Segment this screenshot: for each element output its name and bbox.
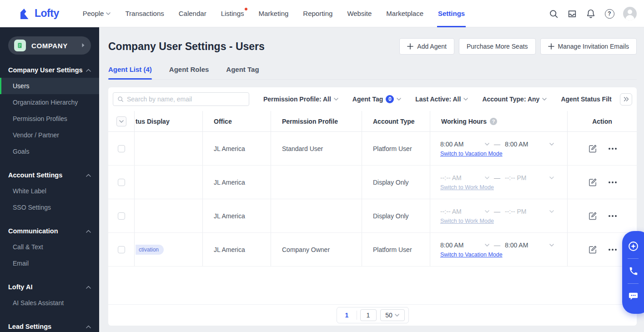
- sidebar-item-email[interactable]: Email: [0, 255, 99, 272]
- permission-cell: Standard User: [271, 132, 362, 165]
- nav-reporting[interactable]: Reporting: [296, 0, 340, 27]
- switch-mode-link[interactable]: Switch to Work Mode: [440, 218, 494, 224]
- chevron-right-icon: [81, 41, 85, 50]
- account-type-cell: Display Only: [362, 166, 430, 199]
- edit-icon[interactable]: [588, 245, 598, 255]
- row-checkbox[interactable]: [118, 145, 125, 152]
- row-checkbox[interactable]: [118, 246, 125, 253]
- agent-status-filter[interactable]: Agent Status Filt: [561, 96, 611, 103]
- status-cell: [134, 166, 202, 199]
- tab-bar: Agent List (4) Agent Roles Agent Tag: [108, 65, 637, 80]
- search-input[interactable]: [127, 96, 245, 103]
- end-time-select[interactable]: --:-- PM: [505, 208, 554, 215]
- start-time-select[interactable]: 8:00 AM: [440, 141, 489, 148]
- lofty-logo-icon: [18, 7, 31, 20]
- column-action: Action: [567, 111, 637, 131]
- more-actions-icon[interactable]: [609, 181, 617, 183]
- sidebar-item-white-label[interactable]: White Label: [0, 183, 99, 199]
- nav-transactions[interactable]: Transactions: [118, 0, 171, 27]
- inbox-icon[interactable]: [567, 9, 577, 19]
- end-time-select[interactable]: --:-- PM: [505, 174, 554, 181]
- section-lead-settings[interactable]: Lead Settings: [0, 323, 99, 330]
- notifications-bell-icon[interactable]: [586, 9, 596, 19]
- page-title: Company User Settings - Users: [108, 40, 399, 53]
- last-active-filter[interactable]: Last Active: All: [415, 96, 468, 103]
- tab-agent-tag[interactable]: Agent Tag: [226, 65, 259, 79]
- purchase-more-seats-button[interactable]: Purchase More Seats: [459, 38, 536, 55]
- chevron-up-icon: [86, 286, 91, 289]
- sidebar-item-ai-sales-assistant[interactable]: AI Sales Assistant: [0, 295, 99, 311]
- working-hours-help-icon[interactable]: ?: [490, 118, 497, 125]
- sidebar-item-goals[interactable]: Goals: [0, 143, 99, 160]
- account-type-filter[interactable]: Account Type: Any: [482, 96, 547, 103]
- tab-agent-list[interactable]: Agent List (4): [108, 65, 152, 79]
- column-account-type: Account Type: [362, 111, 430, 131]
- more-actions-icon[interactable]: [609, 215, 617, 217]
- company-doc-icon: [14, 40, 26, 51]
- sidebar-item-call-text[interactable]: Call & Text: [0, 239, 99, 255]
- tab-agent-roles[interactable]: Agent Roles: [169, 65, 209, 79]
- lofty-logo[interactable]: Lofty: [18, 7, 59, 20]
- pagination: 1 50: [337, 307, 409, 323]
- add-agent-button[interactable]: Add Agent: [399, 38, 454, 55]
- sidebar-item-users[interactable]: Users: [0, 78, 99, 94]
- sidebar-item-vendor-partner[interactable]: Vendor / Partner: [0, 127, 99, 143]
- nav-people[interactable]: People: [75, 0, 118, 27]
- chat-icon[interactable]: [622, 286, 644, 307]
- user-avatar[interactable]: [623, 7, 637, 20]
- chevron-up-icon: [86, 174, 91, 177]
- page-jump-input[interactable]: [360, 309, 377, 321]
- more-actions-icon[interactable]: [609, 249, 617, 251]
- page-1-button[interactable]: 1: [341, 312, 353, 319]
- switch-mode-link[interactable]: Switch to Vacation Mode: [440, 151, 503, 157]
- column-status-display: tus Display: [134, 111, 202, 131]
- page-size-select[interactable]: 50: [380, 309, 405, 321]
- nav-website[interactable]: Website: [340, 0, 379, 27]
- main-content: Company User Settings - Users Add Agent …: [99, 27, 644, 332]
- section-communication[interactable]: Communication: [0, 227, 99, 235]
- office-cell: JL America: [202, 166, 271, 199]
- nav-listings[interactable]: Listings: [214, 0, 252, 27]
- manage-invitation-emails-button[interactable]: Manage Invitation Emails: [540, 38, 637, 55]
- select-all-checkbox[interactable]: [116, 116, 126, 126]
- nav-marketplace[interactable]: Marketplace: [379, 0, 431, 27]
- help-icon[interactable]: ?: [604, 9, 614, 19]
- start-time-select[interactable]: --:-- AM: [440, 208, 489, 215]
- nav-settings[interactable]: Settings: [431, 0, 472, 27]
- phone-icon[interactable]: [622, 261, 644, 282]
- expand-filters-button[interactable]: [620, 93, 632, 106]
- row-checkbox[interactable]: [118, 212, 125, 220]
- working-hours-cell: --:-- AM — --:-- PM Switch to Work Mode: [430, 166, 567, 199]
- start-time-select[interactable]: 8:00 AM: [440, 241, 489, 249]
- end-time-select[interactable]: 8:00 AM: [505, 141, 554, 148]
- nav-marketing[interactable]: Marketing: [251, 0, 296, 27]
- column-working-hours: Working Hours ?: [430, 111, 567, 131]
- edit-icon[interactable]: [588, 144, 598, 154]
- company-label: COMPANY: [31, 42, 68, 50]
- edit-icon[interactable]: [588, 211, 598, 221]
- search-box[interactable]: [113, 92, 249, 106]
- working-hours-cell: 8:00 AM — 8:00 AM Switch to Vacation Mod…: [430, 233, 567, 266]
- sidebar-item-sso-settings[interactable]: SSO Settings: [0, 199, 99, 216]
- section-company-user-settings[interactable]: Company User Settings: [0, 66, 99, 74]
- edit-icon[interactable]: [588, 177, 598, 187]
- ai-assistant-icon[interactable]: [622, 236, 644, 257]
- switch-mode-link[interactable]: Switch to Vacation Mode: [440, 252, 503, 258]
- section-lofty-ai[interactable]: Lofty AI: [0, 283, 99, 291]
- row-checkbox[interactable]: [118, 179, 125, 186]
- section-account-settings[interactable]: Account Settings: [0, 171, 99, 179]
- sidebar-item-organization-hierarchy[interactable]: Organization Hierarchy: [0, 94, 99, 111]
- agent-tag-filter[interactable]: Agent Tag 0: [352, 95, 401, 103]
- company-selector[interactable]: COMPANY: [8, 36, 91, 55]
- sidebar-item-permission-profiles[interactable]: Permission Profiles: [0, 111, 99, 127]
- top-navigation: Lofty People Transactions Calendar Listi…: [0, 0, 644, 27]
- more-actions-icon[interactable]: [609, 148, 617, 150]
- permission-profile-filter[interactable]: Permission Profile: All: [263, 96, 338, 103]
- switch-mode-link[interactable]: Switch to Work Mode: [440, 184, 494, 191]
- chevron-down-icon: [549, 176, 554, 179]
- start-time-select[interactable]: --:-- AM: [440, 174, 489, 181]
- working-hours-cell: --:-- AM — --:-- PM Switch to Work Mode: [430, 199, 567, 232]
- nav-calendar[interactable]: Calendar: [171, 0, 214, 27]
- end-time-select[interactable]: 8:00 AM: [505, 241, 554, 249]
- search-icon[interactable]: [548, 9, 558, 19]
